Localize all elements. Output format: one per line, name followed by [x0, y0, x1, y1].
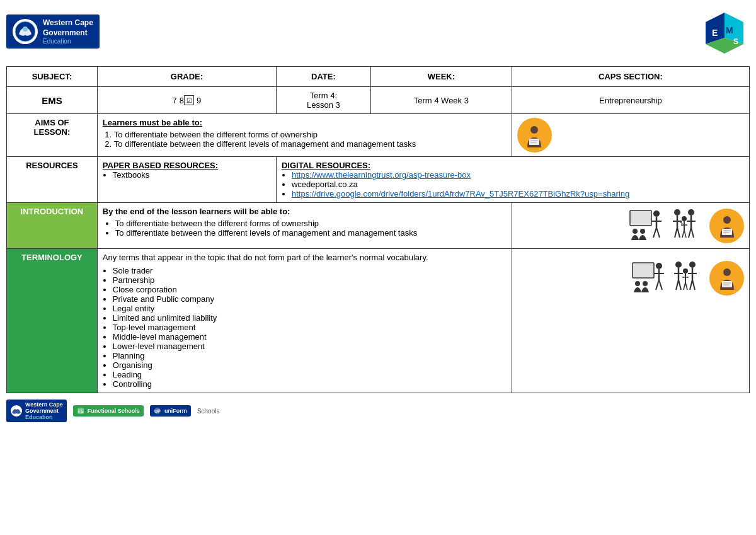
wcg-emblem [13, 19, 38, 44]
svg-line-51 [676, 280, 679, 290]
svg-rect-9 [529, 139, 539, 145]
svg-point-18 [633, 229, 638, 234]
svg-line-24 [677, 227, 680, 238]
svg-line-52 [679, 280, 681, 290]
term-label: TERMINOLOGY [7, 249, 98, 393]
term-item-4: Private and Public company [113, 294, 507, 304]
term-item-6: Limited and unlimited liability [113, 313, 507, 323]
footer-wcg-logo: Western CapeGovernmentEducation [6, 400, 67, 422]
resources-label: RESOURCES [7, 157, 98, 203]
date-header: DATE: [276, 67, 370, 87]
week-header: WEEK: [370, 67, 512, 87]
term-icon-row [517, 253, 744, 297]
footer-wcg-text: Western CapeGovernmentEducation [25, 401, 63, 420]
term-list: Sole trader Partnership Close corporatio… [113, 266, 507, 389]
ems-logo: E M S [699, 9, 750, 54]
svg-rect-40 [633, 263, 654, 278]
grade-7: 7 [173, 96, 177, 105]
svg-point-48 [675, 262, 682, 268]
term-item-5: Legal entity [113, 304, 507, 313]
intro-point-1: To differentiate between the different f… [115, 219, 507, 228]
paper-item-1: Textbooks [113, 170, 271, 180]
term-item-3: Close corporation [113, 285, 507, 294]
svg-text:UP: UP [154, 409, 161, 413]
paper-based-cell: PAPER BASED RESOURCES: Textbooks [97, 157, 276, 203]
intro-point-2: To differentiate between the different l… [115, 228, 507, 238]
svg-text:M: M [726, 25, 733, 35]
grade-header: GRADE: [97, 67, 276, 87]
digital-cell: DIGITAL RESOURCES: https://www.thelearni… [276, 157, 749, 203]
svg-point-13 [653, 210, 660, 217]
footer-perform-text: uniForm [164, 408, 187, 414]
reading-icon [517, 118, 552, 152]
footer-functional-schools: FS Functional Schools [73, 405, 144, 417]
svg-point-19 [640, 229, 645, 234]
footer-perform: UP uniForm [150, 405, 191, 417]
term-content: Any terms that appear in the topic that … [97, 249, 512, 393]
svg-point-63 [723, 268, 731, 276]
subject-header: SUBJECT: [7, 67, 98, 87]
svg-point-20 [674, 209, 680, 216]
aims-intro: Learners must be able to: [103, 118, 507, 127]
grade-8-check: ☑ [184, 95, 194, 105]
footer-functional-text: Functional Schools [88, 408, 140, 414]
term-icons [512, 249, 749, 393]
aims-content: Learners must be able to: To differentia… [97, 114, 512, 157]
aims-label: AIMS OFLESSON: [7, 114, 98, 157]
reading-icon-3 [709, 261, 744, 296]
svg-line-56 [690, 280, 692, 290]
term-item-9: Lower-level management [113, 342, 507, 351]
svg-line-62 [685, 282, 687, 290]
svg-point-41 [656, 263, 662, 269]
svg-text:FS: FS [78, 409, 84, 413]
svg-text:S: S [733, 37, 738, 46]
svg-point-46 [635, 281, 640, 286]
term-item-8: Middle-level management [113, 332, 507, 342]
svg-line-44 [656, 280, 659, 290]
intro-label: INTRODUCTION [7, 203, 98, 249]
page-header: Western Cape Government Education E M S [6, 6, 750, 57]
subject-value: EMS [7, 87, 98, 114]
week-value: Term 4 Week 3 [370, 87, 512, 114]
digital-item-1[interactable]: https://www.thelearningtrust.org/asp-tre… [292, 170, 744, 180]
family-icon-2 [670, 259, 704, 297]
svg-point-53 [689, 262, 696, 268]
svg-point-47 [643, 281, 648, 286]
term-intro: Any terms that appear in the topic that … [103, 253, 507, 262]
caps-header: CAPS SECTION: [512, 67, 749, 87]
intro-row: INTRODUCTION By the end of the lesson le… [7, 203, 750, 249]
aims-item-2: To differentiate between the different l… [114, 139, 507, 149]
intro-list: To differentiate between the different f… [115, 219, 507, 238]
term-item-7: Top-level management [113, 323, 507, 332]
table-values-row: EMS 7 8☑ 9 Term 4: Lesson 3 Term 4 Week … [7, 87, 750, 114]
teacher-icon-2 [630, 259, 665, 297]
svg-point-58 [683, 268, 688, 273]
svg-line-34 [684, 230, 686, 238]
term-item-11: Organising [113, 360, 507, 370]
svg-line-23 [675, 227, 677, 238]
family-icon [668, 207, 703, 244]
wcg-logo: Western Cape Government Education [6, 14, 100, 49]
intro-icon-row [517, 207, 744, 244]
term-item-1: Sole trader [113, 266, 507, 275]
grade-values: 7 8☑ 9 [97, 87, 276, 114]
grade-9: 9 [197, 96, 201, 105]
table-header-row: SUBJECT: GRADE: DATE: WEEK: CAPS SECTION… [7, 67, 750, 87]
footer: Western CapeGovernmentEducation FS Funct… [6, 400, 750, 422]
footer-schools-text: Schools [197, 408, 220, 415]
svg-rect-37 [722, 229, 732, 235]
aims-row: AIMS OFLESSON: Learners must be able to:… [7, 114, 750, 157]
digital-item-3[interactable]: https://drive.google.com/drive/folders/1… [292, 189, 744, 198]
grade-cell: 7 8☑ 9 [103, 95, 271, 105]
svg-point-36 [723, 216, 731, 224]
wcg-text: Western Cape Government Education [43, 18, 93, 45]
svg-text:E: E [712, 28, 718, 38]
svg-line-57 [692, 280, 695, 290]
intro-content: By the end of the lesson learners will b… [97, 203, 512, 249]
digital-item-2: wcedeportal.co.za [292, 180, 744, 189]
svg-line-28 [689, 227, 691, 238]
term-item-12: Leading [113, 370, 507, 379]
svg-line-61 [684, 282, 685, 290]
svg-rect-64 [722, 281, 732, 287]
svg-point-30 [682, 216, 687, 221]
